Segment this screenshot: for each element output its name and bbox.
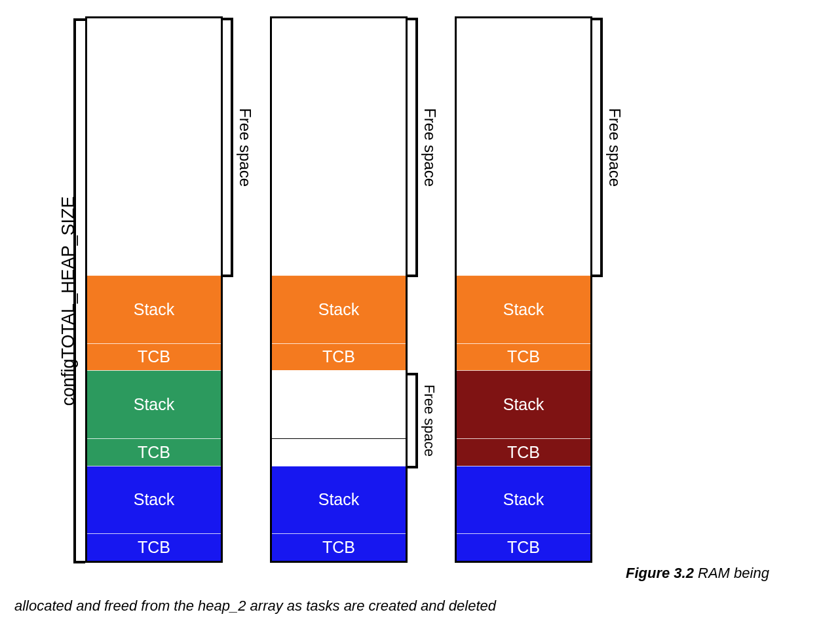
segment-tcb: TCB xyxy=(87,438,221,466)
segment-free xyxy=(272,370,406,438)
segment-tcb: TCB xyxy=(457,533,590,561)
bracket-tick xyxy=(406,275,417,277)
free-space-bracket-top: Free space xyxy=(225,18,248,277)
total-heap-size-label: configTOTAL_HEAP_SIZE xyxy=(58,92,79,511)
segment-free xyxy=(457,18,590,275)
free-space-label: Free space xyxy=(421,385,438,457)
segment-free xyxy=(272,18,406,275)
segment-tcb: TCB xyxy=(87,343,221,371)
segment-stack: Stack xyxy=(457,370,590,438)
heap-state-B: B Stack TCB Stack TCB Free space xyxy=(270,16,408,563)
bracket-bar xyxy=(231,18,233,277)
heap-array-B: Stack TCB Stack TCB xyxy=(270,16,408,563)
figure-3-2-page: configTOTAL_HEAP_SIZE A Stack TCB Stack … xyxy=(0,0,840,627)
segment-stack: Stack xyxy=(457,275,590,343)
segment-tcb: TCB xyxy=(457,343,590,371)
heap-array-C: Stack TCB Stack TCB Stack TCB xyxy=(455,16,592,563)
segment-stack: Stack xyxy=(457,466,590,534)
segment-stack: Stack xyxy=(272,275,406,343)
segment-tcb: TCB xyxy=(457,438,590,466)
heap-state-A: A Stack TCB Stack TCB Stack TCB Free spa… xyxy=(85,16,223,563)
columns: A Stack TCB Stack TCB Stack TCB Free spa… xyxy=(85,16,592,563)
segment-free xyxy=(87,18,221,275)
bracket-tick xyxy=(406,466,417,468)
bracket-bar xyxy=(415,18,418,277)
figure-number: Figure 3.2 xyxy=(626,565,694,581)
free-space-bracket-top: Free space xyxy=(410,18,432,277)
segment-tcb: TCB xyxy=(272,533,406,561)
segment-stack: Stack xyxy=(272,466,406,534)
free-space-bracket-top: Free space xyxy=(595,18,617,277)
segment-stack: Stack xyxy=(87,370,221,438)
free-space-bracket-middle: Free space xyxy=(410,373,432,468)
segment-free xyxy=(272,438,406,466)
bracket-tick xyxy=(221,275,232,277)
segment-stack: Stack xyxy=(87,275,221,343)
figure-caption-line2: allocated and freed from the heap_2 arra… xyxy=(14,598,840,615)
heap-state-C: C Stack TCB Stack TCB Stack TCB Free spa… xyxy=(455,16,592,563)
segment-tcb: TCB xyxy=(87,533,221,561)
bracket-tick xyxy=(591,275,601,277)
figure-caption-part1: RAM being xyxy=(694,565,769,581)
bracket-tick-bot xyxy=(73,561,85,563)
figure-caption-part2: allocated and freed from the heap_2 arra… xyxy=(14,598,496,614)
free-space-label: Free space xyxy=(605,108,624,187)
segment-tcb: TCB xyxy=(272,343,406,371)
segment-stack: Stack xyxy=(87,466,221,534)
figure-caption-line1: Figure 3.2 RAM being xyxy=(626,565,840,582)
figure-area: configTOTAL_HEAP_SIZE A Stack TCB Stack … xyxy=(26,13,629,570)
bracket-bar xyxy=(600,18,603,277)
free-space-label: Free space xyxy=(421,108,439,187)
total-heap-size-bracket: configTOTAL_HEAP_SIZE xyxy=(67,18,81,563)
bracket-bar xyxy=(415,373,418,468)
free-space-label: Free space xyxy=(236,108,254,187)
heap-array-A: Stack TCB Stack TCB Stack TCB xyxy=(85,16,223,563)
